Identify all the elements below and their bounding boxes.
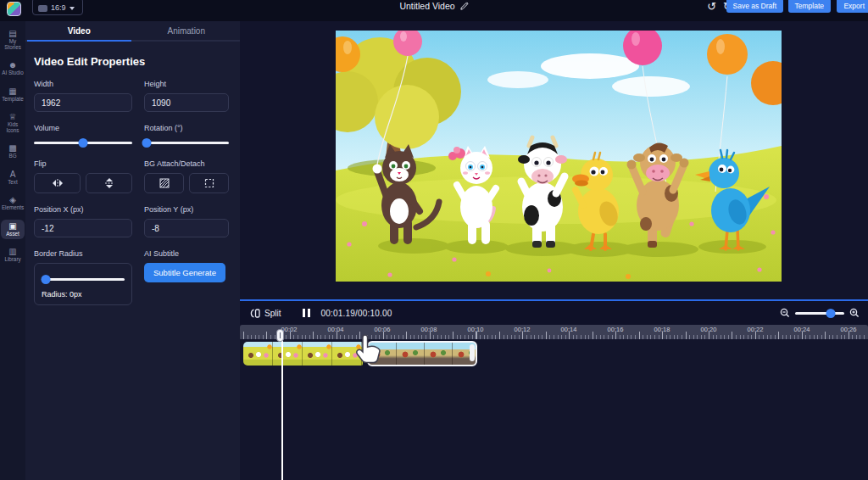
timeline-zoom-thumb[interactable] <box>826 309 835 318</box>
panel-heading: Video Edit Properties <box>34 55 229 68</box>
playhead-line <box>281 332 283 480</box>
sidebar-item-bg[interactable]: ▩ BG <box>1 142 25 162</box>
ruler-label: 00:26 <box>841 326 857 333</box>
timecode-display: 00:01.19/00:10.00 <box>320 309 392 318</box>
timeline-clip-2-selected[interactable] <box>367 341 477 366</box>
ruler-label: 00:24 <box>794 326 810 333</box>
sidebar-item-text[interactable]: A Text <box>1 168 25 188</box>
clip-trim-handle[interactable] <box>470 344 475 361</box>
position-x-label: Position X (px) <box>34 205 132 214</box>
ruler-label: 00:04 <box>328 326 344 333</box>
preview-scene-cartoon-animals <box>336 31 782 282</box>
ruler-label: 00:20 <box>701 326 717 333</box>
sidebar-item-elements[interactable]: ◈ Elements <box>1 193 25 214</box>
hand-cursor <box>354 332 383 370</box>
left-icon-rail: ▤ My Stories ☻ AI Studio ▦ Template ♕ Ki… <box>0 21 25 480</box>
save-as-draft-button[interactable]: Save as Draft <box>726 0 784 13</box>
sidebar-item-ai-studio[interactable]: ☻ AI Studio <box>1 59 25 79</box>
rotation-slider[interactable] <box>144 137 229 148</box>
subtitle-generate-button[interactable]: Subtitle Generate <box>144 263 225 282</box>
ai-subtitle-label: AI Subtitle <box>144 249 229 258</box>
border-radius-status: Radius: 0px <box>42 290 125 299</box>
border-radius-label: Border Radius <box>34 249 132 258</box>
timeline-clip-1[interactable] <box>243 342 363 366</box>
sidebar-item-template[interactable]: ▦ Template <box>1 85 25 105</box>
ruler-label: 00:10 <box>468 326 484 333</box>
volume-slider-thumb[interactable] <box>79 138 88 148</box>
playhead-handle[interactable] <box>276 329 284 342</box>
attach-hatch-icon <box>159 178 170 188</box>
editor-canvas <box>240 21 868 299</box>
edit-pencil-icon[interactable] <box>460 2 469 10</box>
shapes-icon: ◈ <box>9 196 16 204</box>
ruler-label: 00:08 <box>421 326 437 333</box>
zoom-in-icon[interactable] <box>849 308 860 318</box>
ruler-label: 00:18 <box>654 326 670 333</box>
panel-tabs: Video Animation <box>25 21 240 42</box>
bg-attach-button[interactable] <box>144 173 184 193</box>
width-label: Width <box>34 80 132 88</box>
flip-vertical-icon <box>105 177 114 189</box>
timeline-zoom-slider[interactable] <box>795 308 844 318</box>
timeline-zoom-controls <box>780 308 860 318</box>
timeline-ruler[interactable]: 00:02 00:04 00:06 00:08 00:10 00:12 00:1… <box>240 325 868 339</box>
flip-vertical-button[interactable] <box>86 173 132 193</box>
flip-horizontal-icon <box>52 179 64 187</box>
ruler-label: 00:16 <box>608 326 624 333</box>
robot-icon: ☻ <box>8 61 18 70</box>
sidebar-item-kids-icons[interactable]: ♕ Kids Icons <box>1 110 25 136</box>
split-label: Split <box>264 309 281 318</box>
volume-label: Volume <box>34 124 132 132</box>
crown-icon: ♕ <box>9 113 17 121</box>
timeline-region: Split 00:01.19/00:10.00 <box>240 301 868 480</box>
asset-icon: ▣ <box>8 222 16 231</box>
top-bar: 16:9 Untitled Video ↺ ↻ Save as Draft Te… <box>0 0 868 21</box>
sidebar-item-library[interactable]: ▥ Library <box>1 245 25 265</box>
export-button[interactable]: Export <box>837 0 868 13</box>
ruler-label: 00:12 <box>515 326 531 333</box>
layers-icon: ▦ <box>8 87 16 96</box>
project-title: Untitled Video <box>399 1 454 11</box>
undo-icon[interactable]: ↺ <box>707 0 716 13</box>
book-icon: ▤ <box>8 30 16 38</box>
rotation-slider-thumb[interactable] <box>142 138 152 148</box>
zoom-out-icon[interactable] <box>780 308 790 318</box>
timeline-toolbar: Split 00:01.19/00:10.00 <box>240 301 868 325</box>
sidebar-item-asset[interactable]: ▣ Asset <box>1 220 25 240</box>
split-icon <box>250 309 260 318</box>
width-field[interactable] <box>34 93 132 112</box>
rotation-label: Rotation (°) <box>144 124 229 132</box>
border-radius-box: Radius: 0px <box>34 263 132 305</box>
bg-detach-button[interactable] <box>189 173 229 193</box>
height-field[interactable] <box>144 93 229 112</box>
flip-horizontal-button[interactable] <box>34 173 81 193</box>
bg-attach-detach-label: BG Attach/Detach <box>144 159 229 168</box>
position-y-field[interactable] <box>144 219 229 237</box>
height-label: Height <box>144 80 229 88</box>
detach-frame-icon <box>204 178 214 188</box>
template-button[interactable]: Template <box>788 0 832 13</box>
border-radius-slider[interactable] <box>42 274 125 284</box>
position-x-field[interactable] <box>34 219 132 237</box>
image-icon: ▩ <box>8 144 16 153</box>
video-preview[interactable] <box>336 31 782 282</box>
sidebar-item-my-stories[interactable]: ▤ My Stories <box>1 27 25 53</box>
flip-label: Flip <box>34 159 132 168</box>
timeline-track <box>240 341 868 366</box>
app-window: 16:9 Untitled Video ↺ ↻ Save as Draft Te… <box>0 0 868 480</box>
tab-animation[interactable]: Animation <box>133 21 241 40</box>
tab-video[interactable]: Video <box>25 21 133 40</box>
library-icon: ▥ <box>8 248 16 256</box>
pause-button[interactable] <box>303 309 310 317</box>
position-y-label: Position Y (px) <box>144 205 229 214</box>
ruler-label: 00:22 <box>748 326 764 333</box>
border-radius-slider-thumb[interactable] <box>41 275 50 284</box>
ruler-label: 00:14 <box>561 326 577 333</box>
volume-slider[interactable] <box>34 137 132 148</box>
properties-panel: Video Animation Video Edit Properties Wi… <box>25 21 240 480</box>
split-button[interactable]: Split <box>250 309 281 318</box>
letter-a-icon: A <box>10 170 16 179</box>
